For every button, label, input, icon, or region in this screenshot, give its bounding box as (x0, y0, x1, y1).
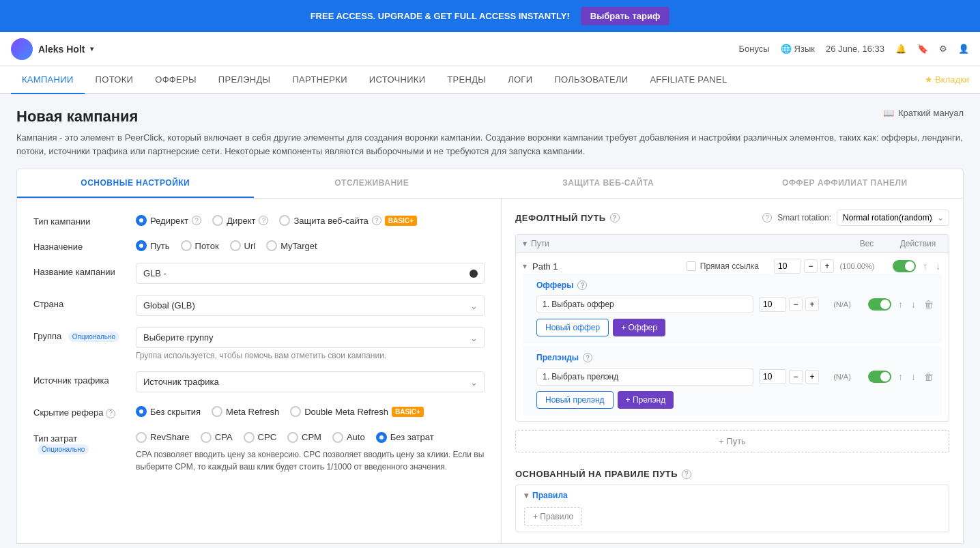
bonuses-link[interactable]: Бонусы (738, 44, 769, 54)
nav-offers[interactable]: ОФФЕРЫ (144, 66, 207, 94)
type-direct-radio[interactable] (212, 215, 223, 226)
rule-path-help-icon[interactable]: ? (682, 470, 691, 479)
offer-1-increase[interactable]: + (805, 298, 819, 311)
offer-1-move-down[interactable]: ↓ (910, 298, 917, 311)
path-1-move-down[interactable]: ↓ (934, 259, 942, 273)
dest-mytarget[interactable]: MyTarget (266, 240, 317, 251)
logo[interactable]: Aleks Holt ▾ (11, 38, 93, 60)
path-1-weight-increase[interactable]: + (820, 259, 834, 273)
smart-rotation-select[interactable]: Normal rotation(random) (837, 210, 949, 226)
dest-flow[interactable]: Поток (181, 240, 219, 251)
cost-auto[interactable]: Auto (332, 432, 365, 443)
nav-sources[interactable]: ИСТОЧНИКИ (358, 66, 437, 94)
notification-icon[interactable]: 🔔 (895, 44, 906, 54)
direct-link-check[interactable] (687, 261, 696, 271)
manual-link[interactable]: 📖 Краткий мануал (883, 108, 964, 118)
cost-revshare-radio[interactable] (136, 432, 147, 443)
smart-rotation-help-icon[interactable]: ? (762, 213, 772, 222)
dest-flow-radio[interactable] (181, 240, 192, 251)
referrer-double-radio[interactable] (290, 406, 301, 417)
redirect-help-icon[interactable]: ? (192, 216, 201, 225)
campaign-name-input[interactable] (136, 263, 485, 284)
nav-campaigns[interactable]: КАМПАНИИ (11, 66, 85, 94)
cost-cpa[interactable]: CPA (201, 432, 233, 443)
tab-website-protection[interactable]: ЗАЩИТА ВЕБ-САЙТА (490, 169, 727, 198)
add-rule-button[interactable]: + Правило (524, 507, 582, 526)
cost-cpc[interactable]: CPC (244, 432, 276, 443)
dest-path[interactable]: Путь (136, 240, 170, 251)
path-1-toggle[interactable] (893, 260, 916, 272)
new-offer-button[interactable]: Новый оффер (536, 319, 609, 336)
tab-basic-settings[interactable]: ОСНОВНЫЕ НАСТРОЙКИ (17, 169, 254, 198)
path-1-expand-icon[interactable]: ▾ (523, 261, 527, 271)
group-select[interactable]: Выберите группу (136, 327, 485, 348)
offer-1-move-up[interactable]: ↑ (897, 298, 904, 311)
prelends-help-icon[interactable]: ? (583, 353, 592, 362)
cost-revshare[interactable]: RevShare (136, 432, 190, 443)
paths-expand-icon[interactable]: ▾ (523, 239, 527, 248)
path-1-weight-input[interactable] (774, 259, 801, 274)
upgrade-button[interactable]: Выбрать тариф (581, 7, 670, 25)
direct-help-icon[interactable]: ? (259, 216, 268, 225)
offer-1-decrease[interactable]: − (789, 298, 803, 311)
path-1-weight-decrease[interactable]: − (804, 259, 818, 273)
direct-link-checkbox[interactable]: Прямая ссылка (687, 261, 759, 271)
prelend-1-move-down[interactable]: ↓ (910, 370, 917, 384)
default-path-help-icon[interactable]: ? (610, 213, 620, 222)
offer-1-weight-input[interactable] (759, 297, 786, 312)
offers-help-icon[interactable]: ? (577, 280, 587, 290)
type-protection-radio[interactable] (279, 215, 290, 226)
offer-1-label[interactable]: 1. Выбрать оффер (536, 295, 753, 313)
cost-auto-radio[interactable] (332, 432, 343, 443)
type-redirect-radio[interactable] (136, 215, 147, 226)
type-redirect[interactable]: Редирект ? (136, 215, 201, 226)
prelend-1-label[interactable]: 1. Выбрать прелэнд (536, 368, 753, 386)
tab-affiliate-offer[interactable]: ОФФЕР АФФИЛИАТ ПАНЕЛИ (727, 169, 964, 198)
referrer-help-icon[interactable]: ? (106, 409, 115, 418)
new-prelend-button[interactable]: Новый прелэнд (536, 391, 614, 409)
add-path-button[interactable]: + Путь (515, 430, 949, 452)
dest-url-radio[interactable] (230, 240, 241, 251)
type-direct[interactable]: Директ ? (212, 215, 268, 226)
cost-none-radio[interactable] (376, 432, 387, 443)
type-protection[interactable]: Защита веб-сайта ? BASIC+ (279, 215, 416, 226)
referrer-none[interactable]: Без скрытия (136, 406, 201, 417)
nav-partners[interactable]: ПАРТНЕРКИ (281, 66, 358, 94)
traffic-source-select[interactable]: Источник трафика (136, 371, 485, 392)
prelend-1-decrease[interactable]: − (789, 370, 803, 384)
rules-expand-icon[interactable]: ▾ (524, 491, 528, 500)
cost-none[interactable]: Без затрат (376, 432, 434, 443)
prelend-1-move-up[interactable]: ↑ (897, 370, 904, 384)
settings-icon[interactable]: ⚙ (939, 44, 947, 54)
referrer-none-radio[interactable] (136, 406, 147, 417)
referrer-meta[interactable]: Meta Refresh (212, 406, 279, 417)
add-prelend-button[interactable]: + Прелэнд (618, 391, 674, 409)
nav-trends[interactable]: ТРЕНДЫ (436, 66, 497, 94)
path-1-move-up[interactable]: ↑ (921, 259, 929, 273)
nav-logs[interactable]: ЛОГИ (497, 66, 543, 94)
account-icon[interactable]: 👤 (958, 44, 969, 54)
dest-mytarget-radio[interactable] (266, 240, 277, 251)
bookmark-icon[interactable]: 🔖 (917, 44, 928, 54)
dest-path-radio[interactable] (136, 240, 147, 251)
cost-cpm-radio[interactable] (287, 432, 298, 443)
country-select[interactable]: Global (GLB) (136, 295, 485, 316)
offer-1-toggle[interactable] (868, 298, 891, 311)
cost-cpa-radio[interactable] (201, 432, 212, 443)
nav-prelends[interactable]: ПРЕЛЭНДЫ (207, 66, 282, 94)
nav-flows[interactable]: ПОТОКИ (85, 66, 145, 94)
offer-1-delete[interactable]: 🗑 (923, 298, 935, 311)
language-selector[interactable]: 🌐 Язык (781, 44, 815, 54)
cost-cpc-radio[interactable] (244, 432, 255, 443)
prelend-1-toggle[interactable] (868, 371, 891, 383)
dest-url[interactable]: Url (230, 240, 256, 251)
cost-cpm[interactable]: CPM (287, 432, 321, 443)
nav-users[interactable]: ПОЛЬЗОВАТЕЛИ (543, 66, 639, 94)
add-offer-button[interactable]: + Оффер (613, 319, 665, 336)
protection-help-icon[interactable]: ? (372, 216, 381, 225)
prelend-1-delete[interactable]: 🗑 (923, 370, 935, 384)
prelend-1-increase[interactable]: + (805, 370, 819, 384)
user-dropdown-icon[interactable]: ▾ (90, 45, 93, 53)
referrer-meta-radio[interactable] (212, 406, 222, 417)
nav-affiliate[interactable]: AFFILIATE PANEL (639, 66, 738, 94)
